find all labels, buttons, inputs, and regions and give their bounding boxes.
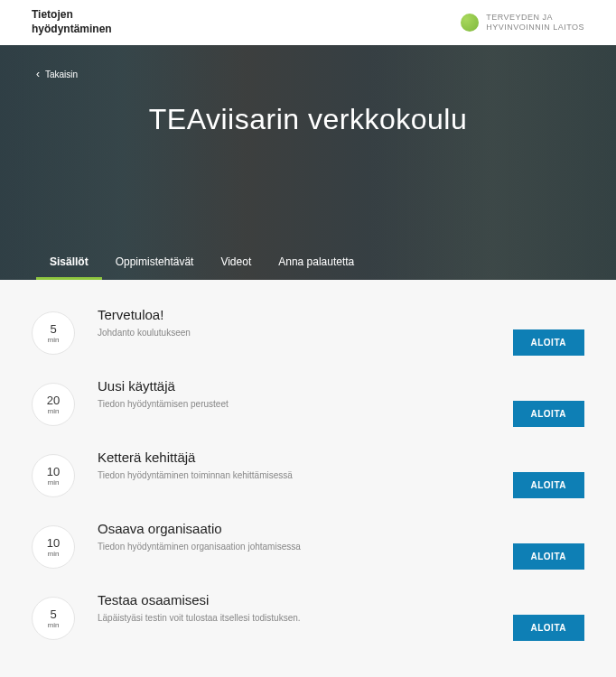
duration-unit: min [48,550,60,558]
course-title: Osaava organisaatio [98,521,490,536]
course-action: ALOITA [513,307,584,356]
page-title: TEAviisarin verkkokoulu [0,103,616,136]
duration-number: 10 [47,465,60,478]
course-title: Ketterä kehittäjä [98,450,490,465]
course-title: Uusi käyttäjä [98,378,490,394]
course-info: Testaa osaamisesi Läpäistyäsi testin voi… [98,592,490,623]
course-title: Testaa osaamisesi [98,592,490,607]
duration-unit: min [48,407,60,415]
tab-videot[interactable]: Videot [207,246,265,280]
duration-number: 20 [47,394,60,407]
course-title: Tervetuloa! [98,307,490,322]
duration-badge: 10 min [32,525,75,569]
course-desc: Tiedon hyödyntämisen perusteet [98,399,490,409]
start-button[interactable]: ALOITA [513,401,584,427]
start-button[interactable]: ALOITA [513,615,584,641]
duration-badge: 20 min [32,383,75,426]
duration-number: 5 [50,607,56,621]
course-action: ALOITA [513,450,584,498]
course-desc: Tiedon hyödyntäminen organisaation johta… [98,542,490,552]
start-button[interactable]: ALOITA [513,329,584,356]
tab-oppimistehtavat[interactable]: Oppimistehtävät [102,246,208,280]
duration-badge: 5 min [32,311,75,355]
course-action: ALOITA [513,592,584,641]
chevron-left-icon: ‹ [36,68,40,80]
course-row: 20 min Uusi käyttäjä Tiedon hyödyntämise… [32,378,584,427]
duration-number: 5 [50,322,56,336]
site-title-bottom: hyödyntäminen [32,23,112,37]
course-desc: Johdanto koulutukseen [98,328,490,338]
duration-badge: 5 min [32,597,75,640]
tabs: Sisällöt Oppimistehtävät Videot Anna pal… [0,246,368,280]
duration-badge: 10 min [32,454,75,497]
course-info: Tervetuloa! Johdanto koulutukseen [98,307,490,338]
duration-number: 10 [47,536,60,550]
org-logo-icon [461,14,479,32]
site-title-top: Tietojen [32,8,112,23]
duration-unit: min [48,336,60,344]
course-row: 5 min Testaa osaamisesi Läpäistyäsi test… [32,592,584,641]
course-row: 10 min Osaava organisaatio Tiedon hyödyn… [32,521,584,570]
hero: ‹ Takaisin TEAviisarin verkkokoulu Sisäl… [0,45,616,280]
tab-sisallot[interactable]: Sisällöt [36,246,102,280]
course-list: 5 min Tervetuloa! Johdanto koulutukseen … [0,280,616,677]
org-name: TERVEYDEN JA HYVINVOINNIN LAITOS [486,13,584,32]
course-row: 5 min Tervetuloa! Johdanto koulutukseen … [32,307,584,356]
start-button[interactable]: ALOITA [513,543,584,570]
course-info: Osaava organisaatio Tiedon hyödyntäminen… [98,521,490,552]
course-info: Ketterä kehittäjä Tiedon hyödyntäminen t… [98,450,490,480]
course-desc: Tiedon hyödyntäminen toiminnan kehittämi… [98,470,490,480]
tab-anna-palautetta[interactable]: Anna palautetta [265,246,368,280]
start-button[interactable]: ALOITA [513,472,584,498]
course-action: ALOITA [513,378,584,427]
duration-unit: min [48,478,60,487]
header: Tietojen hyödyntäminen TERVEYDEN JA HYVI… [0,0,616,45]
course-desc: Läpäistyäsi testin voit tulostaa itselle… [98,613,490,623]
back-link[interactable]: ‹ Takaisin [0,45,616,80]
course-action: ALOITA [513,521,584,570]
course-row: 10 min Ketterä kehittäjä Tiedon hyödyntä… [32,450,584,498]
site-title: Tietojen hyödyntäminen [32,8,112,36]
duration-unit: min [48,621,60,629]
org-label: TERVEYDEN JA HYVINVOINNIN LAITOS [461,13,584,32]
back-label: Takaisin [45,70,78,79]
course-info: Uusi käyttäjä Tiedon hyödyntämisen perus… [98,378,490,409]
